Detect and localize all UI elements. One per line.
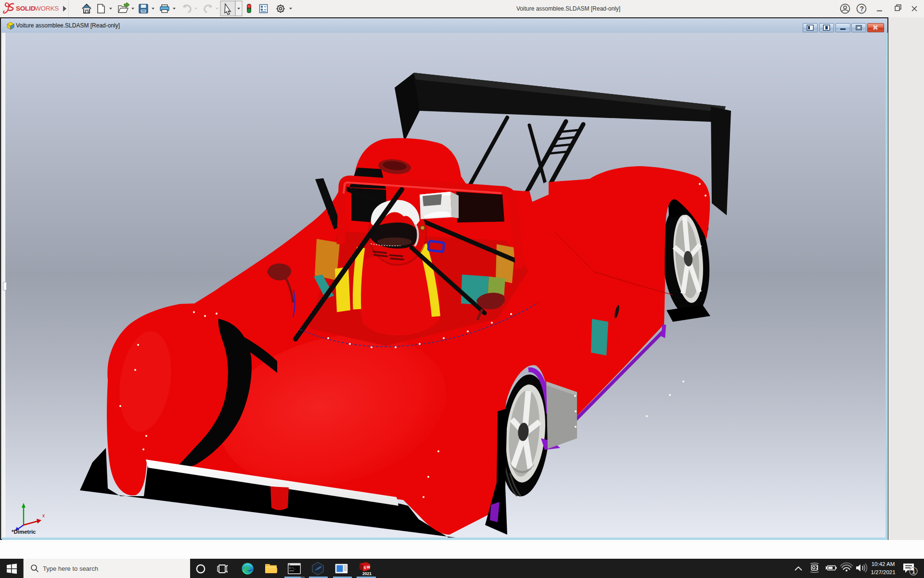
svg-text:SOLID: SOLID [16,5,36,12]
svg-text:W: W [367,565,371,569]
svg-text:S: S [364,565,366,570]
svg-text:?: ? [860,5,864,13]
svg-text:2021: 2021 [362,571,372,576]
svg-text:C:\_: C:\_ [289,566,296,570]
svg-text:1: 1 [912,568,915,575]
svg-text:WORKS: WORKS [35,5,59,12]
svg-text:x: x [42,513,45,518]
